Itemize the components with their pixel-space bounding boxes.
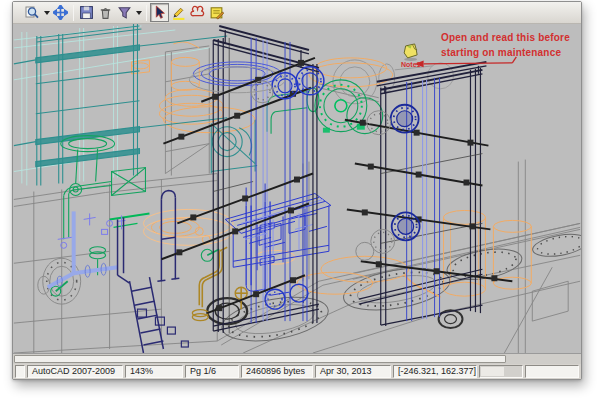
status-blank-cell — [15, 365, 25, 378]
note1-icon[interactable] — [404, 44, 417, 61]
note-tool-button[interactable] — [207, 3, 226, 22]
save-button[interactable] — [77, 3, 96, 22]
status-progress-indicator — [479, 365, 523, 378]
cad-wireframe-drawing — [13, 24, 581, 353]
status-filler-cell — [525, 365, 579, 378]
status-page-number: Pg 1/6 — [185, 365, 239, 378]
toolbar-separator — [73, 5, 74, 21]
horizontal-scrollbar-thumb[interactable] — [14, 355, 506, 363]
status-file-format: AutoCAD 2007-2009 — [27, 365, 123, 378]
cursor-arrow-icon — [152, 5, 167, 20]
floppy-disk-icon — [79, 5, 94, 20]
status-cursor-coordinates: [-246.321, 162.377] — [393, 365, 477, 378]
delete-button[interactable] — [96, 3, 115, 22]
toolbar — [13, 2, 581, 24]
note1-label: Note1 — [401, 61, 420, 68]
filter-tool-button[interactable] — [115, 3, 134, 22]
pan-arrows-icon — [53, 5, 68, 20]
select-tool-button[interactable] — [150, 3, 169, 22]
pencil-icon — [171, 5, 186, 20]
cloud-tool-button[interactable] — [188, 3, 207, 22]
status-zoom-level: 143% — [125, 365, 183, 378]
status-file-size: 2460896 bytes — [241, 365, 313, 378]
filter-tool-dropdown[interactable] — [134, 3, 143, 22]
status-bar: AutoCAD 2007-2009 143% Pg 1/6 2460896 by… — [13, 364, 581, 379]
annotation-line1: Open and read this before — [441, 30, 577, 45]
sticky-note-icon — [209, 5, 224, 20]
trash-icon — [98, 5, 113, 20]
horizontal-scrollbar[interactable] — [13, 353, 581, 364]
annotation-line2: starting on maintenance — [441, 45, 577, 60]
funnel-icon — [117, 5, 132, 20]
toolbar-separator — [146, 5, 147, 21]
revision-cloud-icon — [190, 5, 205, 20]
annotation-text: Open and read this before starting on ma… — [441, 30, 577, 60]
cad-viewer-window: Open and read this before starting on ma… — [12, 1, 582, 380]
zoom-tool-dropdown[interactable] — [42, 3, 51, 22]
pan-tool-button[interactable] — [51, 3, 70, 22]
highlight-tool-button[interactable] — [169, 3, 188, 22]
drawing-canvas[interactable]: Open and read this before starting on ma… — [13, 24, 581, 353]
status-file-date: Apr 30, 2013 — [315, 365, 391, 378]
magnifier-icon — [25, 5, 40, 20]
zoom-tool-button[interactable] — [23, 3, 42, 22]
